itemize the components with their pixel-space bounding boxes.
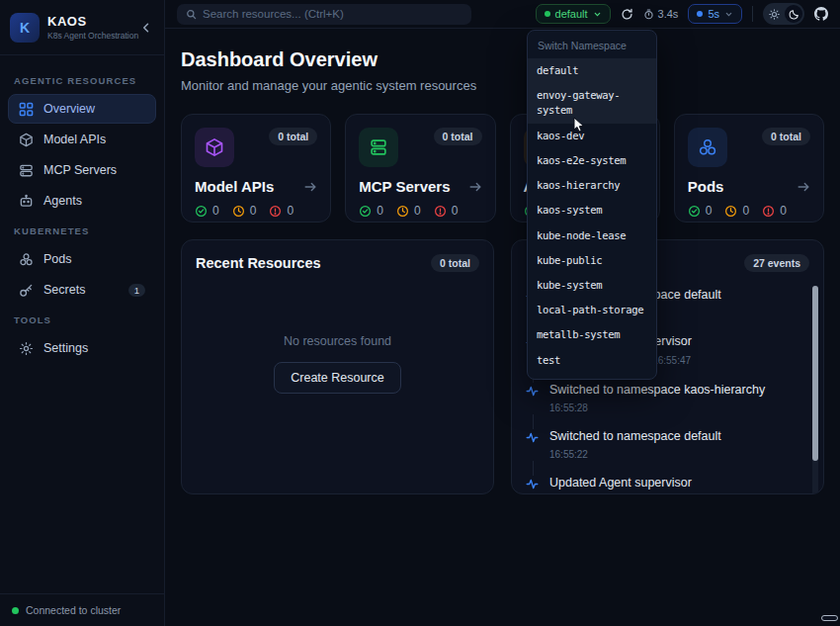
stat-card-pods[interactable]: 0 total Pods 0 0 0 (674, 114, 824, 223)
pending-count: 0 (742, 204, 749, 218)
total-badge: 0 total (434, 128, 482, 145)
stat-card-mcp-servers[interactable]: 0 total MCP Servers 0 0 0 (345, 114, 495, 223)
sidebar-nav: AGENTIC RESOURCES Overview Model APIs MC… (0, 55, 164, 374)
app-subtitle: K8s Agent Orchestration (47, 31, 138, 41)
moon-icon (789, 9, 799, 20)
topbar-divider (752, 6, 753, 22)
stat-card-model-apis[interactable]: 0 total Model APIs 0 0 0 (181, 114, 331, 223)
arrow-right-icon (303, 180, 317, 194)
failed-count: 0 (452, 204, 459, 218)
main-content: Dashboard Overview Monitor and manage yo… (165, 29, 840, 626)
event-label: Switched to namespace default (549, 429, 721, 443)
namespace-option-envoy-gateway-system[interactable]: envoy-gateway-system (528, 83, 656, 123)
section-title-kubernetes: KUBERNETES (14, 225, 150, 236)
namespace-status-dot (545, 11, 550, 17)
sidebar-item-pods[interactable]: Pods (8, 244, 156, 274)
page-subtitle: Monitor and manage your agentic system r… (181, 78, 824, 93)
sidebar-item-label: Secrets (43, 283, 85, 297)
total-badge: 0 total (269, 128, 317, 145)
sidebar-item-model-apis[interactable]: Model APIs (8, 125, 156, 154)
gear-icon (19, 341, 34, 356)
check-circle-icon (359, 205, 372, 218)
alert-circle-icon (762, 205, 775, 218)
namespace-option-metallb-system[interactable]: metallb-system (528, 322, 656, 347)
page-title: Dashboard Overview (181, 48, 824, 71)
empty-state-text: No resources found (284, 334, 391, 348)
namespace-selector-button[interactable]: default (536, 4, 611, 24)
event-item[interactable]: Updated Agent supervisor (526, 476, 796, 494)
search-bar[interactable] (177, 4, 471, 25)
event-timestamp: 16:55:47 (652, 355, 691, 366)
refresh-button[interactable] (621, 8, 633, 21)
load-time-value: 3.4s (658, 8, 679, 20)
chevron-down-icon (724, 10, 733, 19)
stat-card-grid: 0 total Model APIs 0 0 0 0 total MCP Ser… (181, 114, 824, 223)
ready-count: 0 (212, 204, 219, 218)
arrow-right-icon (797, 180, 810, 194)
events-scrollbar-thumb[interactable] (812, 286, 818, 461)
sidebar-item-agents[interactable]: Agents (8, 186, 156, 216)
light-theme-button[interactable] (765, 5, 783, 23)
connection-status: Connected to cluster (0, 593, 164, 626)
sun-icon (769, 9, 780, 20)
key-icon (19, 283, 34, 298)
stopwatch-icon (643, 9, 654, 20)
create-resource-button[interactable]: Create Resource (274, 362, 401, 394)
event-timestamp: 16:55:28 (549, 402, 588, 413)
check-circle-icon (195, 205, 208, 218)
sidebar-item-label: Model APIs (43, 133, 106, 146)
events-count-badge: 27 events (744, 254, 809, 272)
clock-icon (396, 205, 409, 218)
pending-count: 0 (250, 204, 257, 218)
sidebar-item-overview[interactable]: Overview (8, 94, 156, 124)
namespace-option-kube-node-lease[interactable]: kube-node-lease (528, 224, 656, 248)
namespace-option-kube-public[interactable]: kube-public (528, 248, 656, 273)
namespace-option-kaos-hierarchy[interactable]: kaos-hierarchy (528, 173, 656, 198)
ready-count: 0 (377, 204, 383, 218)
theme-toggle (763, 3, 804, 25)
status-dot (12, 607, 19, 614)
app-logo: K (10, 13, 40, 43)
total-badge: 0 total (431, 254, 479, 272)
sidebar-collapse-button[interactable] (138, 20, 154, 36)
bot-icon (19, 194, 34, 209)
refresh-icon (621, 8, 633, 21)
namespace-option-default[interactable]: default (528, 58, 656, 83)
pending-count: 0 (414, 204, 421, 218)
namespace-option-kaos-e2e-system[interactable]: kaos-e2e-system (528, 148, 656, 173)
server-icon (19, 163, 34, 178)
check-circle-icon (688, 205, 701, 218)
dark-theme-button[interactable] (785, 5, 802, 23)
namespace-option-test[interactable]: test (528, 348, 656, 373)
sidebar-item-settings[interactable]: Settings (8, 333, 156, 363)
namespace-option-kaos-system[interactable]: kaos-system (528, 198, 656, 223)
refresh-interval-button[interactable]: 5s (688, 4, 742, 24)
github-link[interactable] (814, 7, 828, 21)
sidebar-item-mcp-servers[interactable]: MCP Servers (8, 155, 156, 185)
sidebar: K KAOS K8s Agent Orchestration AGENTIC R… (0, 0, 165, 626)
github-icon (814, 7, 828, 21)
event-item[interactable]: Switched to namespace kaos-hierarchy 16:… (526, 383, 796, 414)
namespace-dropdown-menu: Switch Namespace default envoy-gateway-s… (527, 30, 657, 380)
clock-icon (232, 205, 245, 218)
sidebar-item-secrets[interactable]: Secrets 1 (8, 275, 156, 305)
horizontal-scrollbar-thumb[interactable] (821, 615, 838, 621)
search-icon (186, 9, 197, 20)
namespace-option-local-path-storage[interactable]: local-path-storage (528, 298, 656, 322)
cube-icon (19, 133, 34, 147)
section-title-tools: TOOLS (14, 314, 150, 325)
grid-icon (19, 102, 34, 117)
recent-resources-title: Recent Resources (196, 255, 321, 271)
namespace-option-kaos-dev[interactable]: kaos-dev (528, 124, 656, 148)
namespace-selector-label: default (555, 8, 588, 20)
sidebar-item-label: MCP Servers (43, 163, 117, 177)
load-time: 3.4s (643, 8, 679, 20)
namespace-menu-title: Switch Namespace (528, 31, 656, 58)
sidebar-item-label: Pods (43, 252, 72, 266)
topbar: default 3.4s 5s (165, 0, 840, 29)
namespace-option-kube-system[interactable]: kube-system (528, 273, 656, 298)
search-input[interactable] (203, 8, 462, 20)
cube-icon (195, 128, 234, 167)
activity-icon (526, 476, 539, 494)
event-item[interactable]: Switched to namespace default 16:55:22 (526, 429, 796, 461)
